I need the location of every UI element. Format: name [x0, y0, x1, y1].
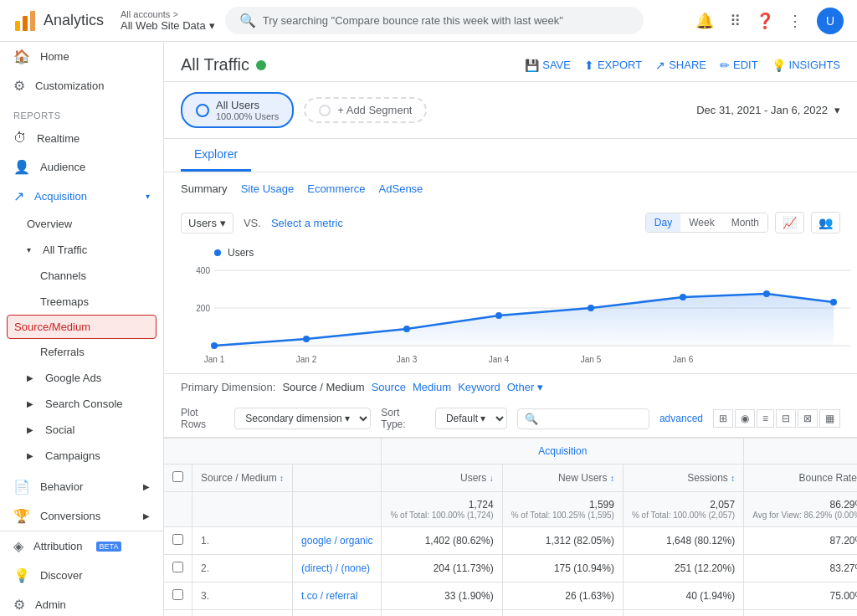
sidebar-item-behavior[interactable]: 📄 Behavior ▶ [0, 472, 163, 501]
dim-keyword[interactable]: Keyword [458, 381, 500, 393]
row4-source[interactable]: bing / organic [293, 610, 382, 617]
sidebar-item-google-ads[interactable]: ▶ Google Ads [0, 365, 163, 391]
sidebar-item-home[interactable]: 🏠 Home [0, 42, 163, 71]
row2-source[interactable]: (direct) / (none) [293, 555, 382, 583]
sidebar-item-audience[interactable]: 👤 Audience [0, 152, 163, 182]
row2-users: 204 (11.73%) [382, 555, 502, 583]
table-row: 2. (direct) / (none) 204 (11.73%) 175 (1… [164, 555, 857, 583]
time-btn-day[interactable]: Day [646, 213, 680, 232]
metric-dropdown[interactable]: Users ▾ [181, 213, 233, 234]
sort-type-dropdown[interactable]: Default ▾ [435, 408, 507, 429]
pie-view-btn[interactable]: ◉ [735, 409, 755, 428]
sidebar-item-campaigns[interactable]: ▶ Campaigns [0, 443, 163, 469]
row1-checkbox[interactable] [164, 527, 192, 555]
column-view-btn[interactable]: ▦ [819, 409, 840, 428]
edit-icon: ✏ [720, 59, 730, 72]
pivot-view-btn[interactable]: ⊟ [776, 409, 796, 428]
svg-text:Jan 1: Jan 1 [204, 355, 225, 364]
date-range-chevron: ▾ [834, 104, 840, 116]
search-placeholder: Try searching "Compare bounce rate this … [263, 14, 563, 27]
add-segment-button[interactable]: + Add Segment [304, 97, 427, 123]
table-search-icon: 🔍 [525, 413, 538, 425]
notification-icon[interactable]: 🔔 [696, 13, 713, 29]
sidebar-item-conversions[interactable]: 🏆 Conversions ▶ [0, 501, 163, 531]
subtab-summary[interactable]: Summary [181, 179, 228, 198]
time-btn-week[interactable]: Week [680, 213, 722, 232]
svg-point-12 [495, 312, 502, 319]
sidebar-item-channels[interactable]: Channels [0, 263, 163, 289]
content-area: All Traffic 💾 SAVE ⬆ EXPORT ↗ SHARE ✏ [164, 42, 857, 616]
date-range-selector[interactable]: Dec 31, 2021 - Jan 6, 2022 ▾ [696, 104, 840, 116]
sidebar-item-all-traffic[interactable]: ▾ All Traffic [0, 237, 163, 263]
total-spacer [293, 492, 382, 527]
sidebar-item-overview[interactable]: Overview [0, 211, 163, 237]
comparison-view-btn[interactable]: ⊠ [798, 409, 818, 428]
edit-button[interactable]: ✏ EDIT [720, 59, 758, 72]
sidebar-item-treemaps[interactable]: Treemaps [0, 289, 163, 315]
row2-num: 2. [192, 555, 293, 583]
sidebar-item-referrals[interactable]: Referrals [0, 339, 163, 365]
row3-source[interactable]: t.co / referral [293, 583, 382, 610]
secondary-dimension-dropdown[interactable]: Secondary dimension ▾ [234, 408, 371, 429]
subtab-adsense[interactable]: AdSense [379, 179, 423, 198]
subtab-site-usage[interactable]: Site Usage [241, 179, 295, 198]
tab-explorer[interactable]: Explorer [181, 139, 251, 172]
row2-bounce: 83.27% [744, 555, 857, 583]
th-sessions[interactable]: Sessions ↕ [623, 465, 743, 492]
select-all-checkbox[interactable] [172, 471, 183, 482]
share-button[interactable]: ↗ SHARE [655, 59, 706, 72]
sidebar-item-acquisition[interactable]: ↗ Acquisition ▾ [0, 182, 163, 211]
advanced-filter-link[interactable]: advanced [659, 413, 703, 424]
account-selector[interactable]: All accounts > All Web Site Data ▾ [121, 9, 215, 32]
row3-checkbox[interactable] [164, 583, 192, 610]
th-new-users[interactable]: New Users ↕ [502, 465, 623, 492]
grid-view-btn[interactable]: ⊞ [713, 409, 733, 428]
row3-bounce: 75.00% [744, 583, 857, 610]
more-vert-icon[interactable]: ⋮ [787, 13, 803, 29]
sidebar-item-realtime[interactable]: ⏱ Realtime [0, 124, 163, 152]
table-search-input[interactable] [541, 413, 642, 424]
help-icon[interactable]: ❓ [757, 13, 773, 29]
page-title: All Traffic [181, 55, 266, 74]
segment-all-users[interactable]: All Users 100.00% Users [181, 92, 294, 128]
sidebar-item-customization[interactable]: ⚙ Customization [0, 71, 163, 100]
select-metric-link[interactable]: Select a metric [271, 217, 343, 229]
apps-grid-icon[interactable]: ⠿ [726, 13, 743, 29]
dim-source-medium[interactable]: Source / Medium [282, 381, 364, 393]
row2-checkbox[interactable] [164, 555, 192, 583]
sidebar-item-attribution[interactable]: ◈ Attribution BETA [0, 531, 163, 561]
insights-button[interactable]: 💡 INSIGHTS [772, 59, 840, 72]
table-controls: Plot Rows Secondary dimension ▾ Sort Typ… [164, 400, 857, 438]
row4-checkbox[interactable] [164, 610, 192, 617]
th-users[interactable]: Users ↓ [382, 465, 502, 492]
sidebar-item-social[interactable]: ▶ Social [0, 417, 163, 443]
sidebar-item-discover[interactable]: 💡 Discover [0, 561, 163, 590]
insights-icon: 💡 [772, 59, 786, 72]
list-view-btn[interactable]: ≡ [757, 409, 774, 428]
row2-sessions: 251 (12.20%) [623, 555, 743, 583]
search-bar[interactable]: 🔍 Try searching "Compare bounce rate thi… [225, 7, 644, 34]
sidebar-item-search-console[interactable]: ▶ Search Console [0, 391, 163, 417]
line-chart-icon-btn[interactable]: 📈 [775, 212, 804, 234]
time-btn-month[interactable]: Month [723, 213, 767, 232]
sidebar-item-admin[interactable]: ⚙ Admin [0, 590, 163, 616]
subtab-ecommerce[interactable]: Ecommerce [307, 179, 365, 198]
data-table-wrapper: Acquisition Behavior Conversions Source … [164, 438, 857, 616]
primary-dimension-label: Primary Dimension: [181, 381, 275, 393]
sidebar-item-source-medium[interactable]: Source/Medium [7, 315, 157, 339]
bar-chart-icon-btn[interactable]: 👥 [811, 212, 840, 234]
th-bounce-rate[interactable]: Bounce Rate ↕ [744, 465, 857, 492]
save-button[interactable]: 💾 SAVE [525, 59, 571, 72]
avatar[interactable]: U [817, 8, 844, 34]
dim-other[interactable]: Other ▾ [507, 381, 543, 393]
total-sessions: 2,057 % of Total: 100.00% (2,057) [623, 492, 743, 527]
dim-medium[interactable]: Medium [413, 381, 451, 393]
dim-source[interactable]: Source [372, 381, 406, 393]
th-source-medium[interactable]: Source / Medium ↕ [192, 465, 293, 492]
topbar: Analytics All accounts > All Web Site Da… [0, 0, 857, 42]
add-segment-circle [319, 105, 331, 116]
export-button[interactable]: ⬆ EXPORT [584, 59, 642, 72]
content-header: All Traffic 💾 SAVE ⬆ EXPORT ↗ SHARE ✏ [164, 42, 857, 82]
plot-rows-button[interactable]: Plot Rows [181, 407, 224, 430]
row1-source[interactable]: google / organic [293, 527, 382, 555]
